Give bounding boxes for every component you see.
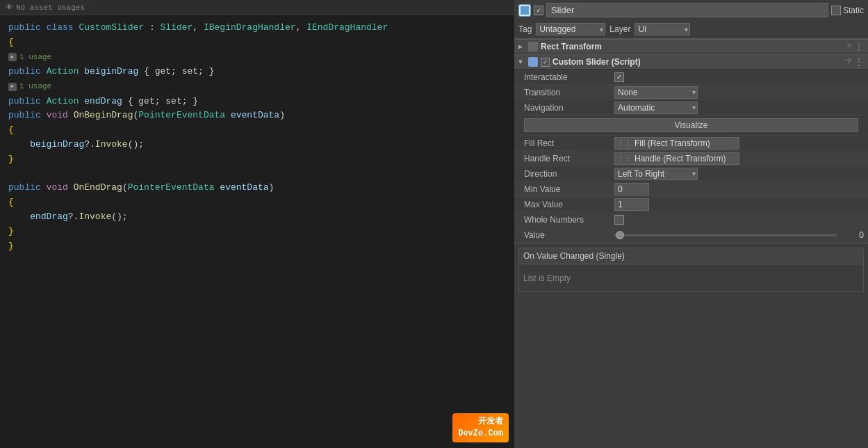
inspector-topbar: Static Tag Untagged Layer UI [514,0,868,39]
handle-rect-field[interactable]: ⋮⋮ Handle (Rect Transform) [614,152,739,165]
slider-arrow: ▼ [518,58,525,66]
code-content: public class CustomSlider : Slider, IBeg… [0,15,514,259]
transition-row: Transition None [514,85,868,100]
direction-row: Direction Left To Right [514,166,868,182]
slider-menu[interactable]: ⋮ [854,56,864,68]
min-value-value [614,183,864,195]
fold-icon-2: ▶ [8,83,17,91]
direction-value: Left To Right [614,168,864,180]
watermark: 开发者 DevZe.Com [452,413,509,442]
rect-transform-section[interactable]: ▶ Rect Transform ? ⋮ [514,39,868,54]
transition-value: None [614,86,864,99]
method-end-drag: public void OnEndDrag(PointerEventData e… [8,181,506,195]
slider-icon [528,57,538,67]
tag-label: Tag [518,24,532,34]
value-slider-track[interactable] [614,234,837,237]
invoke-end: endDrag?.Invoke(); [8,210,506,225]
handle-rect-label: Handle Rect [524,154,614,163]
interactable-checkbox[interactable] [614,72,624,82]
cube-icon [518,4,531,17]
value-row: Value 0 [514,227,868,243]
max-value-row: Max Value [514,197,868,212]
method-begin-drag: public void OnBeginDrag(PointerEventData… [8,109,506,123]
invoke-begin: beiginDrag?.Invoke(); [8,138,506,152]
fill-rect-value: ⋮⋮ Fill (Rect Transform) [614,137,864,150]
usage-hint-2: ▶ 1 usage [8,81,506,93]
direction-label: Direction [524,169,614,179]
rect-icon [528,42,538,51]
event-empty: List is Empty [518,264,864,292]
handle-rect-value: ⋮⋮ Handle (Rect Transform) [614,152,864,165]
fold-icon: ▶ [8,53,17,61]
tag-select[interactable]: Untagged [536,23,605,35]
navigation-select[interactable]: Automatic [614,102,698,114]
rect-help[interactable]: ? [846,42,851,51]
handle-rect-text: Handle (Rect Transform) [634,154,726,163]
value-number: 0 [843,230,864,240]
custom-slider-section[interactable]: ▼ Custom Slider (Script) ? ⋮ [514,54,868,70]
rect-arrow: ▶ [518,42,525,51]
object-name-input[interactable] [546,3,828,17]
interactable-value [614,72,864,82]
static-checkbox-group: Static [831,6,864,15]
min-value-row: Min Value [514,182,868,197]
interactable-row: Interactable [514,70,868,85]
whole-numbers-row: Whole Numbers [514,212,868,227]
rect-menu[interactable]: ⋮ [854,41,864,53]
event-header: On Value Changed (Single) [518,248,864,264]
direction-select[interactable]: Left To Right [614,168,698,180]
static-cb[interactable] [831,6,841,15]
rect-transform-title: Rect Transform [541,42,602,51]
whole-numbers-value [614,215,864,225]
inspector-title-row: Static [514,0,868,20]
min-value-input[interactable] [614,183,649,195]
properties-list: Interactable Transition None Navigation [514,70,868,243]
navigation-value: Automatic [614,102,864,114]
tag-select-wrapper[interactable]: Untagged [536,23,605,35]
navigation-select-wrapper[interactable]: Automatic [614,102,698,114]
slider-enabled-checkbox[interactable] [541,58,550,67]
no-asset-bar: 👁 No asset usages [0,0,514,15]
fill-rect-field[interactable]: ⋮⋮ Fill (Rect Transform) [614,137,739,150]
event-section: On Value Changed (Single) List is Empty [514,243,868,296]
ref-icon-handle: ⋮⋮ [618,154,632,162]
inspector-tag-row: Tag Untagged Layer UI [514,20,868,38]
transition-select[interactable]: None [614,86,698,99]
code-panel: 👁 No asset usages public class CustomSli… [0,0,514,448]
transition-select-wrapper[interactable]: None [614,86,698,99]
brace-close-2: } [8,225,506,239]
direction-select-wrapper[interactable]: Left To Right [614,168,698,180]
whole-numbers-checkbox[interactable] [614,215,624,225]
visualize-button[interactable]: Visualize [524,118,858,132]
action-line-2: public Action endDrag { get; set; } [8,95,506,109]
static-label: Static [843,6,864,15]
brace-open-2: { [8,123,506,138]
ref-icon-fill: ⋮⋮ [618,139,632,147]
slider-help[interactable]: ? [846,58,851,66]
fill-rect-text: Fill (Rect Transform) [634,138,710,148]
interactable-label: Interactable [524,72,614,82]
eye-icon: 👁 [6,3,13,12]
usage-hint-1: ▶ 1 usage [8,51,506,64]
value-slider-thumb[interactable] [616,231,624,239]
layer-select-wrapper[interactable]: UI [634,23,690,35]
layer-label: Layer [609,24,630,34]
transition-label: Transition [524,88,614,97]
custom-slider-title: Custom Slider (Script) [552,57,641,67]
max-value-label: Max Value [524,200,614,209]
whole-numbers-label: Whole Numbers [524,215,614,225]
navigation-label: Navigation [524,103,614,113]
brace-open-1: { [8,35,506,50]
layer-select[interactable]: UI [634,23,690,35]
visualize-row: Visualize [514,115,868,136]
value-label: Value [524,230,614,240]
handle-rect-row: Handle Rect ⋮⋮ Handle (Rect Transform) [514,151,868,166]
class-declaration: public class CustomSlider : Slider, IBeg… [8,21,506,35]
no-asset-text: No asset usages [16,3,85,12]
inspector-panel: Static Tag Untagged Layer UI ▶ Rect Tran… [514,0,868,448]
active-checkbox[interactable] [534,6,543,15]
action-line-1: public Action beiginDrag { get; set; } [8,65,506,79]
brace-close-1: } [8,152,506,167]
max-value-input[interactable] [614,198,649,211]
max-value-value [614,198,864,211]
